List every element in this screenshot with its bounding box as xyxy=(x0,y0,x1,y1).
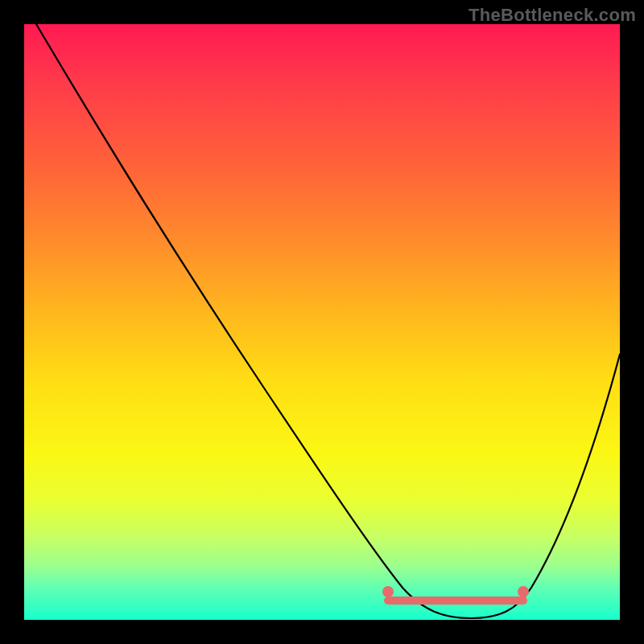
chart-svg xyxy=(24,24,620,620)
plot-area xyxy=(24,24,620,620)
bottleneck-curve xyxy=(36,24,620,618)
watermark-text: TheBottleneck.com xyxy=(469,5,636,26)
optimal-range-dot-left xyxy=(382,586,394,597)
optimal-range-dot-right xyxy=(518,586,529,597)
